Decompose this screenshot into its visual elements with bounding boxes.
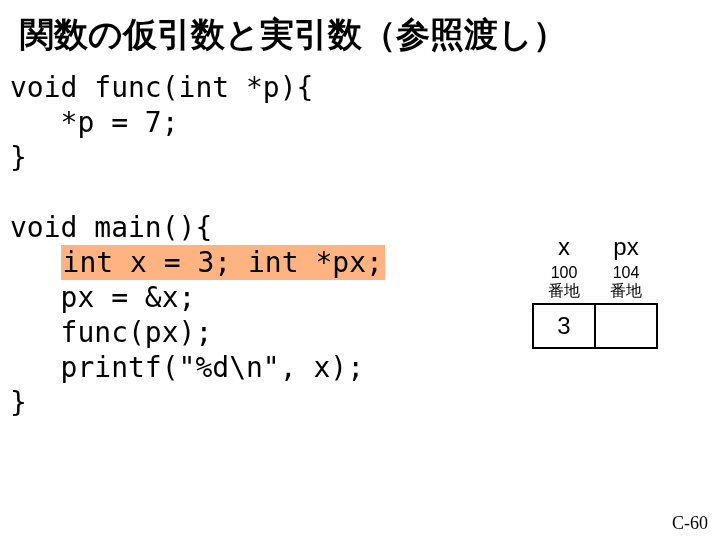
code-line: }	[10, 386, 27, 419]
slide-number: C-60	[672, 513, 708, 534]
code-line: printf("%d\n", x);	[10, 351, 364, 384]
addr-px: 104番地	[595, 263, 657, 304]
highlighted-code: int x = 3; int *px;	[61, 245, 385, 280]
code-line: func(px);	[10, 316, 212, 349]
code-line: void func(int *p){	[10, 71, 313, 104]
cell-x: 3	[533, 304, 595, 348]
var-label-px: px	[595, 232, 657, 263]
code-line	[10, 246, 61, 279]
code-line: void main(){	[10, 211, 212, 244]
addr-x: 100番地	[533, 263, 595, 304]
slide-title: 関数の仮引数と実引数（参照渡し）	[0, 0, 720, 66]
code-line: px = &x;	[10, 281, 195, 314]
code-line: }	[10, 141, 27, 174]
var-label-x: x	[533, 232, 595, 263]
code-line: *p = 7;	[10, 106, 179, 139]
cell-px	[595, 304, 657, 348]
memory-diagram: x px 100番地 104番地 3	[532, 232, 658, 349]
